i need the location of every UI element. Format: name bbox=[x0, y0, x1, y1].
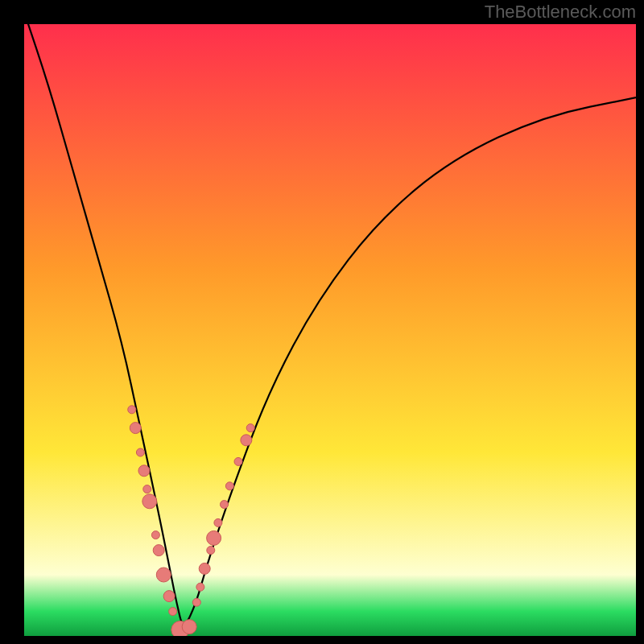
data-point bbox=[163, 591, 175, 602]
chart-container: { "watermark": "TheBottleneck.com", "col… bbox=[0, 0, 644, 644]
data-point bbox=[136, 448, 144, 456]
data-point bbox=[151, 531, 159, 539]
data-point bbox=[156, 568, 171, 582]
data-point bbox=[128, 406, 136, 414]
data-point bbox=[225, 482, 233, 490]
bottleneck-chart bbox=[0, 0, 644, 644]
data-point bbox=[207, 530, 221, 545]
data-point bbox=[234, 457, 242, 465]
data-point bbox=[169, 608, 177, 616]
data-point bbox=[196, 583, 204, 591]
data-point bbox=[214, 518, 222, 526]
data-point bbox=[192, 598, 200, 606]
plot-background bbox=[24, 24, 636, 636]
data-point bbox=[207, 547, 215, 555]
data-point bbox=[138, 465, 150, 477]
data-point bbox=[199, 563, 210, 574]
data-point bbox=[241, 435, 252, 446]
data-point bbox=[246, 424, 254, 432]
data-point bbox=[143, 485, 151, 493]
data-point bbox=[182, 620, 196, 634]
data-point bbox=[130, 423, 141, 434]
data-point bbox=[221, 501, 229, 509]
data-point bbox=[142, 494, 157, 509]
watermark: TheBottleneck.com bbox=[485, 2, 636, 23]
data-point bbox=[153, 545, 164, 556]
